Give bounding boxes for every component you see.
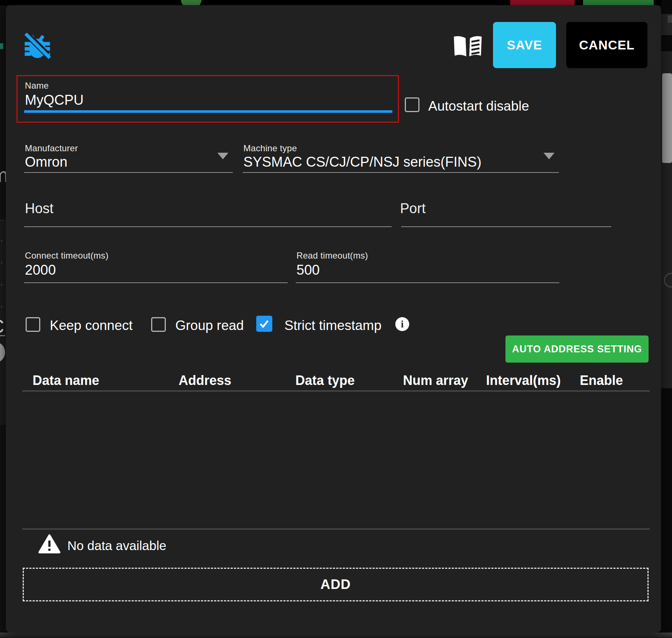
read-timeout-label: Read timeout(ms) <box>296 251 368 261</box>
machine-type-value[interactable]: SYSMAC CS/CJ/CP/NSJ series(FINS) <box>243 154 481 170</box>
scrollbar-thumb[interactable] <box>662 73 672 163</box>
save-button[interactable]: SAVE <box>493 22 556 68</box>
background-text-fragment: C <box>0 315 4 337</box>
port-field-label[interactable]: Port <box>400 201 426 216</box>
device-edit-dialog: SAVE CANCEL Name MyQCPU Autostart disabl… <box>6 5 661 633</box>
host-field-label[interactable]: Host <box>25 201 53 216</box>
group-read-label: Group read <box>175 318 244 333</box>
machine-type-label: Machine type <box>243 143 297 153</box>
read-timeout-value[interactable]: 500 <box>296 262 320 278</box>
column-header-data-name[interactable]: Data name <box>33 373 99 388</box>
autostart-disable-checkbox[interactable] <box>405 97 419 112</box>
column-header-num-array[interactable]: Num array <box>403 373 468 388</box>
manufacturer-label: Manufacturer <box>25 143 78 153</box>
auto-address-setting-button[interactable]: AUTO ADDRESS SETTING <box>505 335 649 363</box>
connect-timeout-value[interactable]: 2000 <box>25 262 56 278</box>
cancel-button[interactable]: CANCEL <box>566 22 647 68</box>
machine-type-underline <box>243 172 559 173</box>
name-field-label: Name <box>25 81 49 91</box>
name-field-value[interactable]: MyQCPU <box>25 92 83 108</box>
strict-timestamp-label: Strict timestamp <box>284 318 381 333</box>
table-header-divider <box>22 390 650 392</box>
column-header-data-type[interactable]: Data type <box>295 373 355 388</box>
host-field-underline <box>24 226 392 227</box>
open-book-icon[interactable] <box>452 35 483 59</box>
connect-timeout-label: Connect timeout(ms) <box>25 251 108 261</box>
background-teal-fragment <box>0 43 3 49</box>
read-timeout-underline <box>296 282 559 283</box>
background-left-edge: m C <box>0 5 6 638</box>
table-footer-divider <box>22 528 650 530</box>
add-row-button[interactable]: ADD <box>23 568 649 601</box>
column-header-enable[interactable]: Enable <box>580 373 623 388</box>
connect-timeout-underline <box>24 282 288 283</box>
keep-connect-label: Keep connect <box>50 318 132 333</box>
port-field-underline <box>401 226 611 227</box>
background-right-edge <box>661 0 672 638</box>
background-text-fragment: m <box>0 163 6 187</box>
background-line-fragment <box>0 335 5 336</box>
strict-timestamp-checkbox[interactable] <box>256 316 272 332</box>
group-read-checkbox[interactable] <box>151 317 166 332</box>
name-field-underline <box>24 110 392 113</box>
empty-table-message: No data available <box>67 538 166 553</box>
background-bottom-strip <box>0 633 672 638</box>
manufacturer-value[interactable]: Omron <box>25 154 67 170</box>
autostart-disable-label: Autostart disable <box>428 99 529 114</box>
bug-slash-icon <box>23 33 51 59</box>
manufacturer-dropdown-arrow-icon[interactable] <box>217 153 228 159</box>
keep-connect-checkbox[interactable] <box>26 317 40 332</box>
column-header-address[interactable]: Address <box>179 373 231 388</box>
machine-type-dropdown-arrow-icon[interactable] <box>544 153 555 159</box>
info-icon[interactable]: i <box>395 317 409 331</box>
warning-triangle-icon <box>38 534 61 554</box>
column-header-interval[interactable]: Interval(ms) <box>486 373 561 388</box>
manufacturer-underline <box>24 172 233 173</box>
